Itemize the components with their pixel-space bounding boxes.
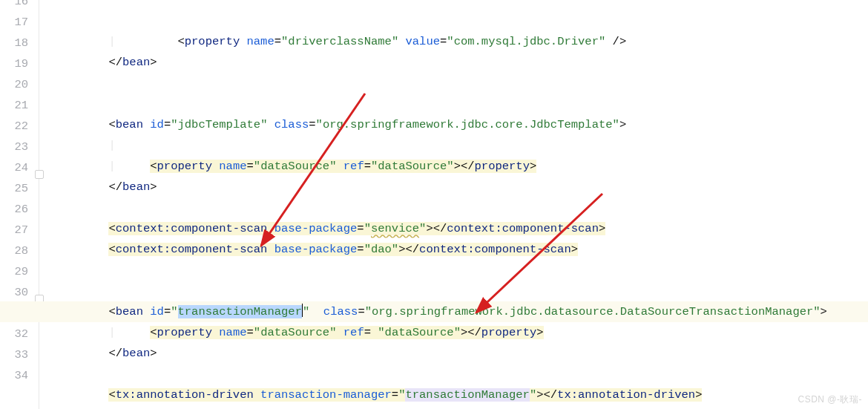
code-line[interactable]: <context:component-scan base-package="se… xyxy=(53,218,868,239)
fold-column xyxy=(34,0,53,409)
code-line[interactable]: | <property name="dataSource" ref="dataS… xyxy=(53,156,868,177)
line-number: 20 xyxy=(0,74,34,95)
code-line[interactable] xyxy=(53,73,868,94)
line-number: 27 xyxy=(0,220,34,241)
line-number: 34 xyxy=(0,365,34,386)
code-line[interactable] xyxy=(53,197,868,218)
line-number: 16 xyxy=(0,0,34,12)
line-number: 33m xyxy=(0,344,34,365)
line-number: 26 xyxy=(0,199,34,220)
line-number-gutter: 161718192021222324252627282930313233m34 xyxy=(0,0,34,409)
line-number: 24 xyxy=(0,157,34,178)
code-line[interactable]: | xyxy=(53,135,868,156)
code-line[interactable]: </bean> xyxy=(53,52,868,73)
line-number: 19 xyxy=(0,53,34,74)
code-line[interactable]: <context:component-scan base-package="da… xyxy=(53,239,868,260)
code-editor[interactable]: 161718192021222324252627282930313233m34 … xyxy=(0,0,868,409)
code-line[interactable] xyxy=(53,94,868,114)
line-number: 18 xyxy=(0,33,34,53)
code-line[interactable] xyxy=(53,281,868,301)
code-line[interactable]: <tx:annotation-driven transaction-manage… xyxy=(53,385,868,405)
line-number: 25 xyxy=(0,178,34,199)
line-number: 17 xyxy=(0,12,34,33)
code-line[interactable]: | <property name="dataSource" ref= "data… xyxy=(53,322,868,343)
line-number: 21 xyxy=(0,95,34,116)
code-line[interactable]: <bean id="transactionManager" class="org… xyxy=(53,301,868,322)
code-line[interactable] xyxy=(53,260,868,281)
line-number: 23 xyxy=(0,137,34,157)
code-line[interactable]: </bean> xyxy=(53,343,868,364)
line-number: 30 xyxy=(0,282,34,303)
watermark: CSDN @-耿瑞- xyxy=(798,393,862,406)
code-line[interactable] xyxy=(53,364,868,385)
code-line[interactable]: </bean> xyxy=(53,177,868,197)
code-line[interactable]: </beans> xyxy=(53,405,868,409)
code-line[interactable]: | <property name="driverclassName" value… xyxy=(53,31,868,52)
line-number: 29 xyxy=(0,261,34,282)
code-area[interactable]: | <property name="driverclassName" value… xyxy=(53,0,868,409)
line-number: 22 xyxy=(0,116,34,137)
line-number: 28 xyxy=(0,241,34,261)
line-number: 32 xyxy=(0,324,34,344)
fold-handle-icon[interactable] xyxy=(35,170,44,179)
code-line[interactable]: <bean id="jdbcTemplate" class="org.sprin… xyxy=(53,114,868,135)
